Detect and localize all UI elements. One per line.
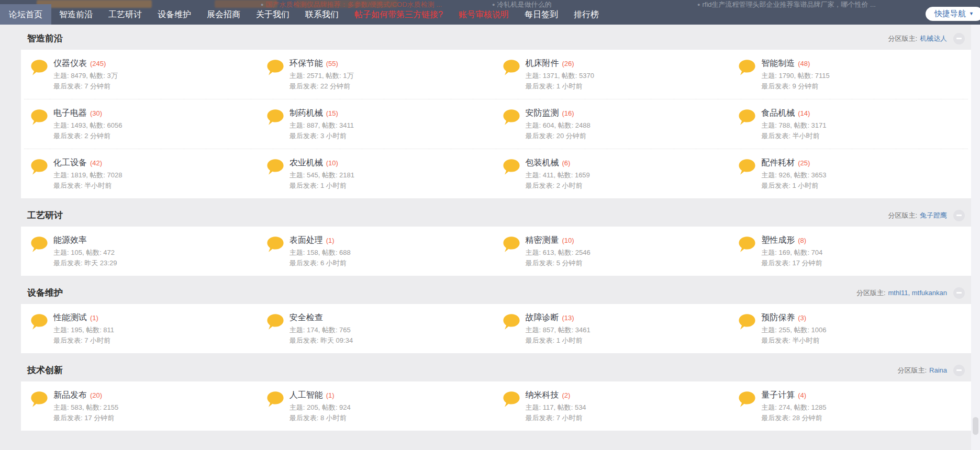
forum-bubble-icon xyxy=(503,313,520,332)
forum-last-post: 最后发表: 1 小时前 xyxy=(761,181,826,191)
forum-link[interactable]: 表面处理 xyxy=(289,235,323,244)
forum-item: 预防保养(3)主题: 255, 帖数: 1006最后发表: 半小时前 xyxy=(732,312,968,346)
forum-link[interactable]: 电子电器 xyxy=(53,108,87,117)
forum-last-post: 最后发表: 昨天 23:29 xyxy=(53,258,117,268)
forum-item: 环保节能(55)主题: 2571, 帖数: 1万最后发表: 22 分钟前 xyxy=(260,58,496,92)
forum-item: 新品发布(20)主题: 583, 帖数: 2155最后发表: 17 分钟前 xyxy=(24,389,260,423)
forum-link[interactable]: 包装机械 xyxy=(526,158,559,167)
forum-bubble-icon xyxy=(503,108,520,127)
forum-stats: 主题: 788, 帖数: 3171 xyxy=(761,120,826,131)
forum-bubble-icon xyxy=(738,59,756,77)
nav-item-8[interactable]: 账号审核说明 xyxy=(451,4,517,25)
forum-item: 能源效率主题: 105, 帖数: 472最后发表: 昨天 23:29 xyxy=(24,234,260,268)
forum-sections-container: 智造前沿分区版主:机械达人仪器仪表(245)主题: 8479, 帖数: 3万最后… xyxy=(21,25,971,431)
forum-link[interactable]: 环保节能 xyxy=(289,59,323,68)
nav-item-7[interactable]: 帖子如何带第三方链接? xyxy=(347,4,451,25)
forum-stats: 主题: 926, 帖数: 3653 xyxy=(761,170,826,181)
section-moderators: 分区版主:兔子蹬鹰 xyxy=(888,210,965,221)
forum-item: 电子电器(30)主题: 1493, 帖数: 6056最后发表: 2 分钟前 xyxy=(24,107,260,141)
forum-link[interactable]: 量子计算 xyxy=(761,390,795,399)
forum-last-post: 最后发表: 7 小时前 xyxy=(526,413,586,423)
quick-nav-label: 快捷导航 xyxy=(934,9,966,19)
forum-stats: 主题: 1790, 帖数: 7115 xyxy=(761,71,830,81)
forum-link[interactable]: 农业机械 xyxy=(289,158,323,167)
forum-stats: 主题: 105, 帖数: 472 xyxy=(53,248,117,258)
moderator-link[interactable]: Raina xyxy=(929,366,947,374)
section-moderators: 分区版主:mthl11, mtfukankan xyxy=(856,287,965,299)
forum-last-post: 最后发表: 8 小时前 xyxy=(289,413,351,423)
forum-link[interactable]: 制药机械 xyxy=(289,108,323,117)
forum-last-post: 最后发表: 7 小时前 xyxy=(53,335,114,346)
forum-link[interactable]: 塑性成形 xyxy=(761,235,795,244)
forum-last-post: 最后发表: 7 分钟前 xyxy=(53,81,118,92)
quick-nav-button[interactable]: 快捷导航 ▼ xyxy=(926,7,980,21)
nav-item-0[interactable]: 论坛首页 xyxy=(0,4,51,25)
forum-stats: 主题: 887, 帖数: 3411 xyxy=(289,120,354,131)
forum-new-count: (30) xyxy=(90,109,102,117)
forum-new-count: (42) xyxy=(90,159,102,167)
forum-link[interactable]: 食品机械 xyxy=(761,108,795,117)
section-title[interactable]: 工艺研讨 xyxy=(27,209,63,221)
forum-link[interactable]: 故障诊断 xyxy=(526,313,559,322)
forum-item: 仪器仪表(245)主题: 8479, 帖数: 3万最后发表: 7 分钟前 xyxy=(24,58,260,92)
forum-last-post: 最后发表: 2 分钟前 xyxy=(53,131,122,141)
nav-item-2[interactable]: 工艺研讨 xyxy=(101,4,150,25)
minus-icon xyxy=(956,38,962,39)
forum-link[interactable]: 性能测试 xyxy=(53,313,87,322)
collapse-section-button[interactable] xyxy=(953,33,965,44)
nav-item-6[interactable]: 联系我们 xyxy=(297,4,347,25)
section-title[interactable]: 设备维护 xyxy=(27,287,63,299)
forum-bubble-icon xyxy=(266,235,284,254)
nav-item-10[interactable]: 排行榜 xyxy=(566,4,607,25)
forum-link[interactable]: 新品发布 xyxy=(53,390,87,399)
forum-new-count: (1) xyxy=(90,314,98,322)
moderator-link[interactable]: mthl11, mtfukankan xyxy=(888,289,947,297)
nav-item-1[interactable]: 智造前沿 xyxy=(51,4,101,25)
forum-bubble-icon xyxy=(738,235,756,254)
forum-bubble-icon xyxy=(503,59,520,77)
moderator-label: 分区版主: xyxy=(888,34,917,43)
forum-new-count: (1) xyxy=(326,237,335,244)
moderator-link[interactable]: 兔子蹬鹰 xyxy=(920,211,947,220)
forum-link[interactable]: 化工设备 xyxy=(53,158,87,167)
section-title[interactable]: 技术创新 xyxy=(27,364,63,376)
forum-last-post: 最后发表: 20 分钟前 xyxy=(526,131,591,141)
forum-link[interactable]: 能源效率 xyxy=(53,235,87,244)
forum-item: 配件耗材(25)主题: 926, 帖数: 3653最后发表: 1 小时前 xyxy=(732,157,968,191)
forum-item: 纳米科技(2)主题: 117, 帖数: 534最后发表: 7 小时前 xyxy=(496,389,732,423)
forum-bubble-icon xyxy=(266,158,284,177)
forum-section: 智造前沿分区版主:机械达人仪器仪表(245)主题: 8479, 帖数: 3万最后… xyxy=(21,25,971,198)
nav-item-4[interactable]: 展会招商 xyxy=(199,4,248,25)
forum-last-post: 最后发表: 半小时前 xyxy=(53,181,122,191)
forum-bubble-icon xyxy=(503,390,520,409)
forum-link[interactable]: 配件耗材 xyxy=(761,158,795,167)
forum-stats: 主题: 8479, 帖数: 3万 xyxy=(53,71,118,81)
collapse-section-button[interactable] xyxy=(953,287,965,299)
nav-item-9[interactable]: 每日签到 xyxy=(517,4,566,25)
forum-new-count: (245) xyxy=(90,60,106,68)
forum-link[interactable]: 人工智能 xyxy=(289,390,323,399)
collapse-section-button[interactable] xyxy=(953,365,965,376)
forum-new-count: (15) xyxy=(326,109,338,117)
forum-stats: 主题: 274, 帖数: 1285 xyxy=(761,402,826,413)
nav-item-3[interactable]: 设备维护 xyxy=(150,4,199,25)
moderator-link[interactable]: 机械达人 xyxy=(920,34,947,43)
forum-last-post: 最后发表: 1 小时前 xyxy=(526,335,591,346)
forum-link[interactable]: 机床附件 xyxy=(526,59,559,68)
forum-item: 精密测量(10)主题: 613, 帖数: 2546最后发表: 5 分钟前 xyxy=(496,234,732,268)
forum-stats: 主题: 2571, 帖数: 1万 xyxy=(289,71,354,81)
forum-link[interactable]: 预防保养 xyxy=(761,313,795,322)
forum-new-count: (20) xyxy=(90,391,102,399)
forum-link[interactable]: 仪器仪表 xyxy=(53,59,87,68)
section-title[interactable]: 智造前沿 xyxy=(27,32,63,44)
nav-item-5[interactable]: 关于我们 xyxy=(248,4,297,25)
forum-last-post: 最后发表: 17 分钟前 xyxy=(761,258,822,268)
collapse-section-button[interactable] xyxy=(953,210,965,221)
forum-link[interactable]: 安全检查 xyxy=(289,313,323,322)
forum-link[interactable]: 纳米科技 xyxy=(526,390,559,399)
forum-link[interactable]: 安防监测 xyxy=(526,108,559,117)
forum-link[interactable]: 精密测量 xyxy=(526,235,559,244)
scrollbar-thumb[interactable] xyxy=(973,417,978,435)
forum-link[interactable]: 智能制造 xyxy=(761,59,795,68)
main-nav: 论坛首页智造前沿工艺研讨设备维护展会招商关于我们联系我们帖子如何带第三方链接?账… xyxy=(0,4,607,25)
